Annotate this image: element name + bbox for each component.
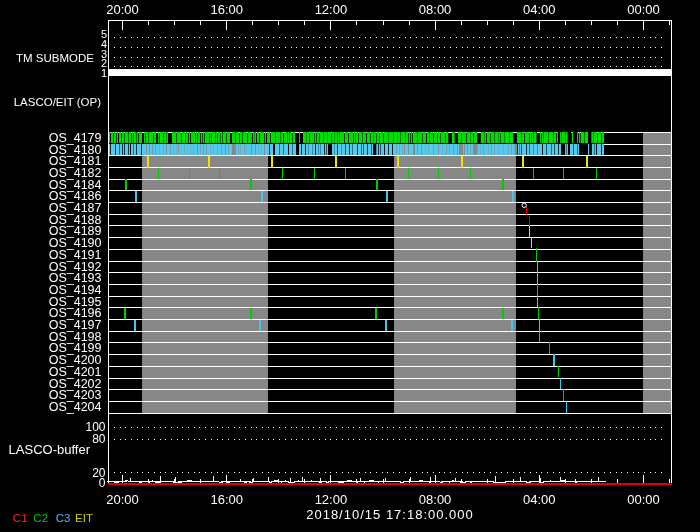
svg-text:C1: C1 [13,512,28,524]
svg-text:12:00: 12:00 [315,492,348,507]
svg-text:C2: C2 [33,512,48,524]
svg-text:0: 0 [99,476,106,490]
svg-text:04:00: 04:00 [523,2,556,17]
svg-text:04:00: 04:00 [523,492,556,507]
svg-text:1: 1 [101,67,107,79]
svg-text:LASCO/EIT (OP): LASCO/EIT (OP) [14,96,102,108]
svg-text:2018/10/15 17:18:00.000: 2018/10/15 17:18:00.000 [306,507,474,522]
svg-text:08:00: 08:00 [419,2,452,17]
svg-text:OS_4204: OS_4204 [49,400,102,414]
svg-text:16:00: 16:00 [210,2,243,17]
svg-text:20:00: 20:00 [106,492,139,507]
svg-text:16:00: 16:00 [210,492,243,507]
svg-text:LASCO-buffer: LASCO-buffer [9,442,91,457]
svg-text:00:00: 00:00 [627,2,660,17]
svg-text:00:00: 00:00 [627,492,660,507]
svg-text:C3: C3 [56,512,71,524]
svg-text:12:00: 12:00 [315,2,348,17]
svg-text:08:00: 08:00 [419,492,452,507]
svg-text:EIT: EIT [75,512,93,524]
svg-text:TM SUBMODE: TM SUBMODE [16,52,94,64]
svg-text:20:00: 20:00 [106,2,139,17]
svg-text:80: 80 [92,432,106,446]
